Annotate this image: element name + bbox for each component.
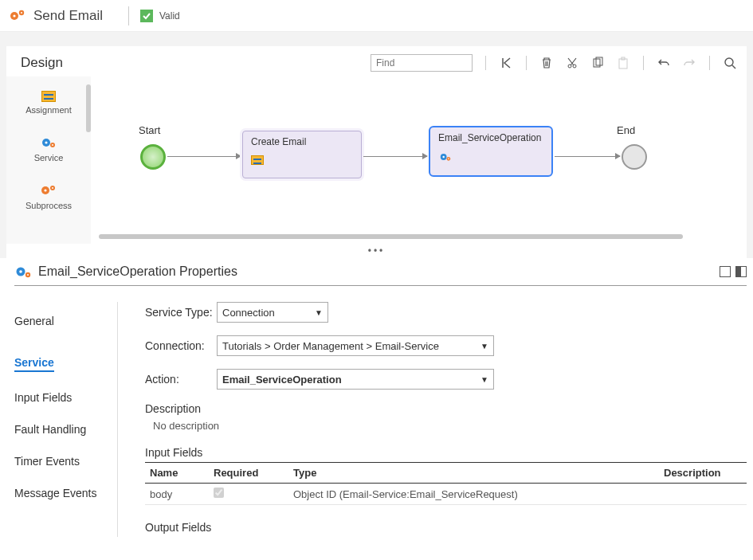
action-value: Email_ServiceOperation [222, 374, 342, 386]
output-fields-heading: Output Fields [145, 521, 747, 534]
svg-point-22 [448, 159, 449, 160]
node-title: Create Email [251, 136, 353, 147]
nav-input-fields[interactable]: Input Fields [14, 382, 117, 413]
divider [485, 56, 486, 70]
redo-icon[interactable] [682, 56, 696, 70]
paste-icon[interactable] [616, 56, 630, 70]
service-type-value: Connection [222, 307, 275, 319]
cut-icon[interactable] [565, 56, 579, 70]
flow-canvas[interactable]: Start Create Email Email_ServiceOperatio… [91, 76, 747, 244]
start-node[interactable] [140, 144, 166, 170]
svg-point-10 [725, 58, 733, 66]
goto-start-icon[interactable] [499, 56, 513, 70]
properties-header: Email_ServiceOperation Properties [14, 258, 747, 286]
svg-point-24 [19, 270, 22, 273]
cell-description [659, 484, 747, 505]
palette-item-subprocess[interactable]: Subprocess [25, 183, 72, 210]
connection-value: Tutorials > Order Management > Email-Ser… [222, 340, 439, 352]
palette-label: Assignment [25, 105, 71, 115]
action-label: Action: [145, 373, 217, 386]
svg-point-26 [27, 274, 29, 276]
palette-label: Service [34, 153, 64, 163]
cell-type: Object ID (Email-Service:Email_ServiceRe… [288, 484, 659, 505]
service-type-select[interactable]: Connection ▼ [217, 302, 328, 323]
divider [128, 6, 129, 25]
design-toolbar [371, 54, 737, 72]
th-type: Type [288, 463, 659, 484]
service-type-label: Service Type: [145, 306, 217, 319]
svg-point-12 [45, 141, 47, 143]
nav-service[interactable]: Service [14, 347, 54, 372]
canvas-wrap: Assignment Service Subprocess Start [6, 76, 747, 244]
caret-down-icon: ▼ [480, 375, 488, 384]
assignment-icon [251, 155, 264, 165]
svg-point-14 [52, 144, 53, 146]
zoom-icon[interactable] [723, 56, 737, 70]
app-gears-icon [10, 9, 27, 23]
validation-label: Valid [159, 10, 180, 22]
edge[interactable] [167, 156, 241, 157]
nav-timer-events[interactable]: Timer Events [14, 445, 117, 477]
svg-point-20 [442, 156, 444, 158]
assignment-icon [41, 91, 56, 102]
required-checkbox [214, 488, 224, 498]
divider [643, 56, 644, 70]
th-name: Name [145, 463, 209, 484]
th-required: Required [209, 463, 288, 484]
table-row[interactable]: body Object ID (Email-Service:Email_Serv… [145, 484, 747, 505]
properties-nav: General Service Input Fields Fault Handl… [14, 302, 118, 537]
find-input[interactable] [371, 54, 473, 72]
properties-form: Service Type: Connection ▼ Connection: T… [118, 302, 747, 537]
design-header: Design [6, 46, 747, 76]
cell-required [209, 484, 288, 505]
palette-item-assignment[interactable]: Assignment [25, 91, 71, 115]
app-header: Send Email Valid [0, 0, 753, 32]
subprocess-gears-icon [40, 183, 57, 198]
svg-point-1 [13, 14, 15, 17]
end-node[interactable] [622, 144, 647, 170]
divider [709, 56, 710, 70]
layout-split-icon[interactable] [735, 266, 747, 277]
main-area: Design Assig [0, 32, 753, 537]
validation-badge: Valid [140, 10, 180, 22]
description-heading: Description [145, 402, 747, 415]
trash-icon[interactable] [539, 56, 554, 70]
palette-label: Subprocess [25, 201, 72, 210]
node-email-service-operation[interactable]: Email_ServiceOperation [429, 126, 553, 177]
connection-label: Connection: [145, 339, 217, 352]
connection-select[interactable]: Tutorials > Order Management > Email-Ser… [217, 335, 494, 356]
nav-fault-handling[interactable]: Fault Handling [14, 413, 117, 445]
copy-icon[interactable] [590, 56, 605, 70]
properties-body: General Service Input Fields Fault Handl… [14, 302, 747, 537]
input-fields-table: Name Required Type Description body Obje… [145, 462, 747, 505]
svg-point-3 [21, 12, 22, 14]
undo-icon[interactable] [657, 56, 671, 70]
input-fields-heading: Input Fields [145, 446, 747, 459]
service-gears-icon [438, 151, 543, 163]
page-title: Send Email [33, 8, 103, 24]
edge[interactable] [555, 156, 620, 157]
split-handle[interactable]: ••• [6, 244, 747, 258]
end-label: End [617, 124, 635, 136]
design-panel: Design Assig [6, 46, 747, 244]
design-title: Design [21, 55, 63, 71]
properties-panel: Email_ServiceOperation Properties Genera… [0, 258, 753, 537]
svg-point-16 [44, 189, 46, 191]
start-label: Start [139, 124, 160, 136]
drag-dots-icon: ••• [368, 245, 386, 257]
service-gears-icon [40, 135, 57, 150]
palette-item-service[interactable]: Service [34, 135, 64, 163]
divider [526, 56, 527, 70]
service-gears-icon [14, 264, 32, 279]
description-text: No description [145, 420, 747, 432]
layout-full-icon[interactable] [720, 266, 731, 277]
th-description: Description [659, 463, 747, 484]
node-title: Email_ServiceOperation [438, 132, 543, 143]
nav-general[interactable]: General [14, 305, 117, 337]
nav-message-events[interactable]: Message Events [14, 477, 117, 509]
node-create-email[interactable]: Create Email [242, 131, 362, 178]
canvas-scrollbar[interactable] [99, 234, 683, 239]
action-select[interactable]: Email_ServiceOperation ▼ [217, 369, 494, 390]
properties-title: Email_ServiceOperation Properties [38, 264, 237, 279]
edge[interactable] [363, 156, 427, 157]
